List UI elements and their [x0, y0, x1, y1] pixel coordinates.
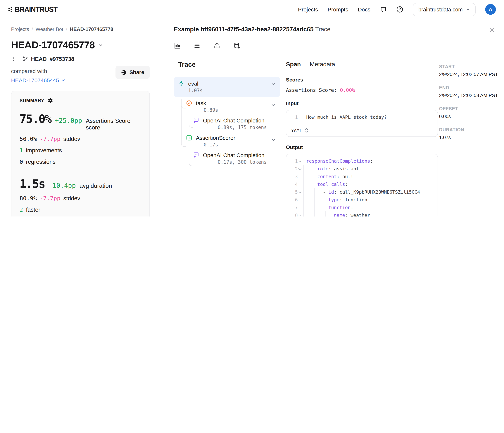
- score-stat: 75.0% +25.0pp Assertions Score score: [19, 112, 141, 131]
- duration-value: 1.5s: [19, 177, 45, 190]
- breadcrumb-experiment: HEAD-1707465778: [70, 27, 113, 32]
- gear-icon[interactable]: [48, 98, 53, 103]
- breadcrumb-projects[interactable]: Projects: [11, 27, 29, 32]
- assertions-score-value: 0.00%: [340, 87, 355, 93]
- improvements-label: improvements: [26, 147, 62, 154]
- chevron-down-icon: [466, 7, 470, 11]
- regressions-label: regressions: [26, 159, 55, 165]
- feedback-icon[interactable]: [380, 6, 387, 13]
- experiment-panel: Projects/ Weather Bot/ HEAD-1707465778 H…: [0, 19, 161, 216]
- git-branch-icon: [23, 56, 28, 62]
- chevron-down-icon[interactable]: [98, 43, 103, 48]
- commit-hash[interactable]: #9753738: [50, 56, 74, 62]
- trace-tree-panel: Trace eval: [174, 61, 280, 216]
- lightning-icon: [178, 80, 184, 87]
- output-heading: Output: [286, 144, 438, 150]
- share-button[interactable]: Share: [115, 66, 150, 79]
- trace-node-eval[interactable]: eval 1.07s: [174, 77, 280, 97]
- score-stddev-label: stddev: [63, 136, 80, 142]
- top-nav: BRAINTRUST Projects Prompts Docs braintr…: [0, 0, 504, 19]
- drawer-title: Example bff96011-47f5-43a2-bea2-8822574a…: [174, 26, 439, 33]
- circle-check-icon: [186, 100, 192, 106]
- trace-tree: eval 1.07s: [174, 77, 280, 167]
- score-chart-icon: [186, 135, 192, 141]
- score-delta: +25.0pp: [55, 117, 82, 124]
- close-icon[interactable]: [489, 27, 495, 33]
- trace-node-llm[interactable]: OpenAI Chat Completion 0.89s, 175 tokens: [174, 115, 280, 133]
- page-title: HEAD-1707465778: [11, 39, 161, 51]
- avatar[interactable]: A: [485, 4, 496, 15]
- chat-bubble-icon: [193, 117, 199, 124]
- meta-start: START 2/9/2024, 12:02:57 AM PST: [439, 64, 497, 77]
- score-label: Assertions Score score: [86, 118, 141, 131]
- trace-node-task[interactable]: task 0.89s: [174, 98, 280, 115]
- branch-label: HEAD: [31, 56, 47, 62]
- faster-count: 2: [19, 207, 23, 213]
- duration-label: avg duration: [80, 183, 112, 189]
- nav-prompts[interactable]: Prompts: [328, 6, 348, 13]
- span-meta-rail: START 2/9/2024, 12:02:57 AM PST END 2/9/…: [439, 26, 504, 216]
- experiment-meta-row: HEAD #9753738: [11, 56, 161, 62]
- chart-view-icon[interactable]: [174, 42, 180, 49]
- output-code-block: 1responseChatCompletions:2- role: assist…: [286, 154, 438, 216]
- score-value: 75.0%: [19, 112, 51, 125]
- trace-node-scorer[interactable]: AssertionScorer 0.17s: [174, 133, 280, 150]
- meta-offset: OFFSET 0.00s: [439, 106, 497, 119]
- trace-node-llm[interactable]: OpenAI Chat Completion 0.17s, 300 tokens: [174, 150, 280, 167]
- duration-stddev-value: 80.9%: [19, 195, 37, 202]
- faster-label: faster: [26, 207, 40, 213]
- meta-duration: DURATION 1.07s: [439, 127, 497, 140]
- nav-projects[interactable]: Projects: [298, 6, 318, 13]
- duration-stddev-label: stddev: [63, 195, 80, 202]
- score-stddev-delta: -7.7pp: [40, 136, 60, 142]
- add-to-dataset-icon[interactable]: [234, 42, 240, 49]
- duration-stddev-delta: -7.7pp: [40, 195, 60, 202]
- list-view-icon[interactable]: [194, 42, 200, 49]
- braintrust-app: BRAINTRUST Projects Prompts Docs braintr…: [0, 0, 504, 216]
- score-stddev-value: 50.0%: [19, 136, 37, 142]
- input-code-block: 1How much is AAPL stock today? YAML: [286, 110, 438, 137]
- summary-header: SUMMARY: [19, 98, 141, 103]
- breadcrumb: Projects/ Weather Bot/ HEAD-1707465778: [11, 27, 161, 32]
- nav-docs[interactable]: Docs: [358, 6, 370, 13]
- tab-metadata[interactable]: Metadata: [310, 61, 335, 68]
- span-detail-panel: Span Metadata Scores Assertions Score: 0…: [286, 61, 438, 216]
- regressions-count: 0: [19, 159, 23, 165]
- chevron-down-icon: [61, 78, 65, 82]
- input-heading: Input: [286, 100, 438, 106]
- chat-bubble-icon: [193, 152, 199, 158]
- braintrust-mark-icon: [8, 6, 13, 13]
- export-icon[interactable]: [214, 42, 220, 49]
- duration-delta: -10.4pp: [48, 182, 76, 189]
- globe-icon: [121, 70, 126, 75]
- breadcrumb-project[interactable]: Weather Bot: [36, 27, 63, 32]
- improvements-count: 1: [19, 147, 23, 154]
- span-tabs: Span Metadata: [286, 61, 438, 68]
- tab-span[interactable]: Span: [286, 61, 301, 68]
- brand-logo[interactable]: BRAINTRUST: [8, 5, 57, 13]
- duration-stat: 1.5s -10.4pp avg duration: [19, 177, 141, 190]
- drawer-toolbar: [174, 42, 439, 49]
- nav-links: Projects Prompts Docs braintrustdata.com: [298, 3, 496, 16]
- chevron-down-icon[interactable]: [271, 103, 276, 107]
- brand-name: BRAINTRUST: [15, 5, 57, 13]
- format-select[interactable]: YAML: [286, 124, 438, 136]
- kebab-menu-icon[interactable]: [11, 56, 17, 62]
- chevron-down-icon[interactable]: [271, 138, 276, 142]
- summary-card: SUMMARY 75.0% +25.0pp Assertions Score s…: [11, 91, 150, 216]
- trace-heading: Trace: [174, 61, 280, 69]
- org-name: braintrustdata.com: [418, 7, 463, 12]
- org-selector[interactable]: braintrustdata.com: [413, 3, 476, 16]
- assertions-score-line: Assertions Score: 0.00%: [286, 87, 438, 93]
- meta-end: END 2/9/2024, 12:02:58 AM PST: [439, 85, 497, 98]
- help-icon[interactable]: [396, 6, 403, 13]
- main-layout: Projects/ Weather Bot/ HEAD-1707465778 H…: [0, 19, 504, 216]
- trace-drawer: Example bff96011-47f5-43a2-bea2-8822574a…: [161, 19, 504, 216]
- chevron-down-icon[interactable]: [271, 82, 276, 86]
- comparison-block: compared with Share HEAD-1707465445: [11, 68, 161, 83]
- scores-heading: Scores: [286, 77, 438, 83]
